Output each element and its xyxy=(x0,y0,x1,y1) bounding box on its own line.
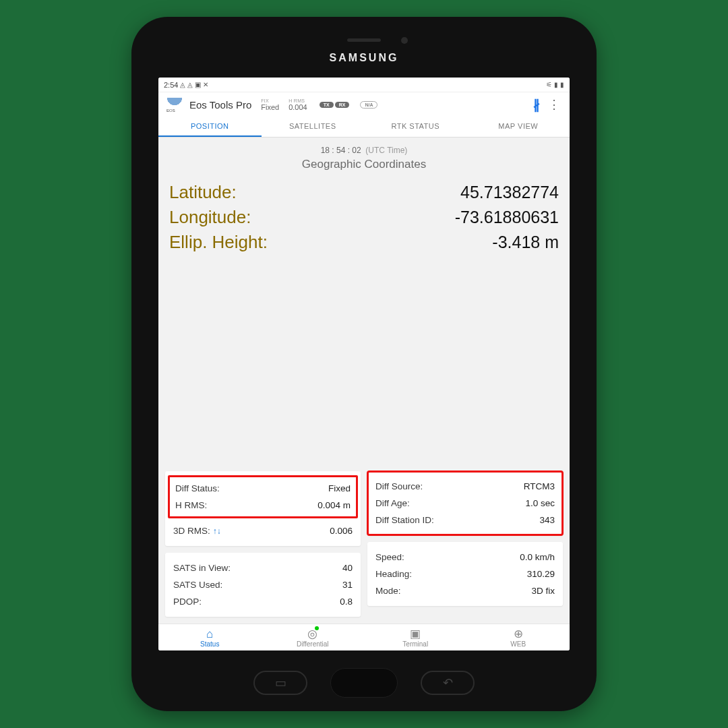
coordinates-block: Latitude: 45.71382774 Longitude: -73.618… xyxy=(165,178,563,261)
header-fix-status: FIX Fixed xyxy=(261,98,279,111)
tablet-frame: SAMSUNG 2:54 ◬ ◬ ▣ ✕ ⚟ ▮ ▮ Eos Tools Pro… xyxy=(131,17,597,711)
na-pill: N/A xyxy=(360,101,377,109)
wifi-icon: ⚟ xyxy=(546,81,552,88)
nav-term-label: Terminal xyxy=(402,640,428,648)
rx-pill: RX xyxy=(335,102,350,108)
close-icon: ✕ xyxy=(203,81,208,88)
coord-longitude: Longitude: -73.61880631 xyxy=(169,207,559,228)
diff-status-label: Diff Status: xyxy=(175,483,220,493)
diff-age-label: Diff Age: xyxy=(375,498,410,508)
eos-logo-icon xyxy=(165,98,184,111)
main-content: 18 : 54 : 02 (UTC Time) Geographic Coord… xyxy=(158,138,570,624)
card-sats: SATS in View:40 SATS Used:31 PDOP:0.8 xyxy=(165,553,361,617)
sats-used-value: 31 xyxy=(342,580,353,590)
overflow-menu-icon[interactable]: ⋮ xyxy=(545,97,563,112)
cloud-icon: ◬ xyxy=(187,81,193,88)
device-nav-buttons: ▭ ↶ xyxy=(131,668,597,698)
3drms-label: 3D RMS: xyxy=(173,526,210,536)
fix-label: FIX xyxy=(261,98,269,103)
globe-icon: ⊕ xyxy=(514,628,523,640)
fix-value: Fixed xyxy=(261,103,279,111)
ellip-height-label: Ellip. Height: xyxy=(169,232,268,253)
device-brand: SAMSUNG xyxy=(131,52,597,64)
nav-differential[interactable]: ◎ Differential xyxy=(262,624,365,650)
mode-value: 3D fix xyxy=(531,586,555,596)
3drms-value: 0.006 xyxy=(330,526,353,536)
latitude-label: Latitude: xyxy=(169,182,237,203)
nav-status[interactable]: ⌂ Status xyxy=(158,624,262,650)
tx-pill: TX xyxy=(320,102,334,108)
section-title: Geographic Coordinates xyxy=(165,158,563,171)
sats-view-value: 40 xyxy=(342,563,353,573)
android-statusbar: 2:54 ◬ ◬ ▣ ✕ ⚟ ▮ ▮ xyxy=(158,78,570,92)
latitude-value: 45.71382774 xyxy=(460,183,559,202)
tab-rtk-status[interactable]: RTK STATUS xyxy=(364,115,467,137)
speed-value: 0.0 km/h xyxy=(520,552,555,562)
top-tabs: POSITION SATELLITES RTK STATUS MAP VIEW xyxy=(158,115,570,138)
longitude-value: -73.61880631 xyxy=(455,208,559,227)
speed-label: Speed: xyxy=(375,552,404,562)
battery-icon: ▮ xyxy=(560,81,564,88)
pdop-value: 0.8 xyxy=(340,597,353,607)
utc-time-row: 18 : 54 : 02 (UTC Time) xyxy=(165,146,563,155)
pdop-label: PDOP: xyxy=(173,597,202,607)
heading-label: Heading: xyxy=(375,569,412,579)
sats-used-label: SATS Used: xyxy=(173,580,222,590)
highlight-diff-hrms: Diff Status:Fixed H RMS:0.004 m xyxy=(168,475,358,518)
hrms-label: H RMS: xyxy=(175,500,207,510)
diff-status-value: Fixed xyxy=(328,483,351,493)
active-dot-icon xyxy=(315,626,319,630)
nav-diff-label: Differential xyxy=(297,640,329,648)
nav-terminal[interactable]: ▣ Terminal xyxy=(364,624,467,650)
longitude-label: Longitude: xyxy=(169,207,251,228)
cloud-icon: ◬ xyxy=(180,81,185,88)
diff-source-label: Diff Source: xyxy=(375,481,423,491)
nav-status-label: Status xyxy=(200,640,219,648)
hrms-value: 0.004 xyxy=(289,103,307,111)
device-recent-button[interactable]: ▭ xyxy=(253,671,307,695)
app-screen: 2:54 ◬ ◬ ▣ ✕ ⚟ ▮ ▮ Eos Tools Pro FIX Fix… xyxy=(158,78,570,650)
sats-view-label: SATS in View: xyxy=(173,563,231,573)
device-camera xyxy=(401,37,408,44)
header-hrms: H RMS 0.004 xyxy=(289,98,307,111)
home-icon: ⌂ xyxy=(206,628,213,640)
card-motion: Speed:0.0 km/h Heading:310.29 Mode:3D fi… xyxy=(367,542,563,606)
device-home-button[interactable] xyxy=(330,668,398,698)
bluetooth-icon[interactable]: ∦ xyxy=(533,96,540,113)
utc-time: 18 : 54 : 02 xyxy=(321,146,361,155)
tab-map-view[interactable]: MAP VIEW xyxy=(467,115,570,137)
tab-position[interactable]: POSITION xyxy=(158,115,262,137)
bottom-nav: ⌂ Status ◎ Differential ▣ Terminal ⊕ WEB xyxy=(158,624,570,650)
app-title: Eos Tools Pro xyxy=(189,99,251,111)
ellip-height-value: -3.418 m xyxy=(492,233,559,252)
status-cards-row1: Diff Status:Fixed H RMS:0.004 m 3D RMS:↑… xyxy=(165,471,563,617)
tab-satellites[interactable]: SATELLITES xyxy=(262,115,365,137)
card-diff-source: Diff Source:RTCM3 Diff Age:1.0 sec Diff … xyxy=(367,471,563,535)
nav-web[interactable]: ⊕ WEB xyxy=(467,624,570,650)
utc-label: (UTC Time) xyxy=(365,146,407,155)
row-3drms[interactable]: 3D RMS:↑↓ 0.006 xyxy=(173,522,353,539)
device-back-button[interactable]: ↶ xyxy=(421,671,475,695)
terminal-icon: ▣ xyxy=(410,628,421,640)
diff-source-value: RTCM3 xyxy=(524,481,555,491)
diff-age-value: 1.0 sec xyxy=(525,498,555,508)
card-diff-rms: Diff Status:Fixed H RMS:0.004 m 3D RMS:↑… xyxy=(165,471,361,546)
sort-icon: ↑↓ xyxy=(213,526,221,536)
diff-station-label: Diff Station ID: xyxy=(375,515,434,525)
coord-latitude: Latitude: 45.71382774 xyxy=(169,182,559,203)
hrms-value: 0.004 m xyxy=(317,500,351,510)
mode-label: Mode: xyxy=(375,586,401,596)
diff-station-value: 343 xyxy=(539,515,555,525)
device-speaker xyxy=(347,38,381,42)
txrx-indicator: TX RX xyxy=(320,102,350,108)
heading-value: 310.29 xyxy=(527,569,555,579)
statusbar-time: 2:54 xyxy=(164,81,178,89)
signal-icon: ▮ xyxy=(554,81,558,88)
hrms-label: H RMS xyxy=(289,98,305,103)
coord-ellip-height: Ellip. Height: -3.418 m xyxy=(169,232,559,253)
app-icon: ▣ xyxy=(195,81,201,88)
app-header: Eos Tools Pro FIX Fixed H RMS 0.004 TX R… xyxy=(158,92,570,115)
nav-web-label: WEB xyxy=(510,640,526,648)
